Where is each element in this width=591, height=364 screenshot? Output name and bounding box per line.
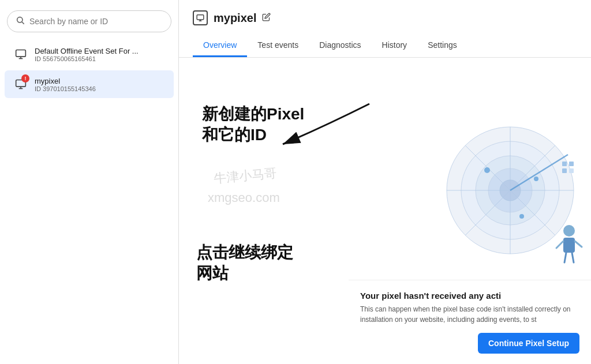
svg-line-32 bbox=[575, 241, 582, 247]
annotation-bind-website: 点击继续绑定 网站 bbox=[196, 242, 293, 284]
sidebar-item-mypixel-name: mypixel bbox=[35, 77, 96, 85]
tab-history[interactable]: History bbox=[372, 35, 418, 57]
monitor-icon bbox=[13, 46, 29, 62]
search-input[interactable] bbox=[29, 17, 163, 26]
sidebar-item-offline-name: Default Offline Event Set For ... bbox=[35, 47, 139, 55]
sidebar-item-offline-id: ID 556750065165461 bbox=[35, 55, 139, 62]
main-content: mypixel Overview Test events Diagnostics… bbox=[179, 0, 591, 364]
radar-illustration bbox=[429, 92, 591, 254]
svg-point-23 bbox=[534, 177, 538, 181]
svg-point-29 bbox=[563, 225, 575, 237]
arrow-to-sidebar bbox=[277, 92, 392, 152]
svg-rect-2 bbox=[16, 50, 26, 57]
annotation-new-pixel: 新创建的Pixel 和它的ID bbox=[202, 104, 304, 146]
svg-point-0 bbox=[17, 17, 23, 22]
svg-point-22 bbox=[484, 167, 490, 173]
svg-rect-30 bbox=[563, 238, 575, 253]
svg-rect-28 bbox=[569, 168, 574, 173]
bottom-status: Your pixel hasn't received any acti This… bbox=[349, 280, 591, 364]
pixel-icon-box bbox=[193, 10, 208, 25]
page-title: mypixel bbox=[214, 12, 256, 25]
tab-test-events[interactable]: Test events bbox=[247, 35, 309, 57]
main-header: mypixel Overview Test events Diagnostics… bbox=[179, 0, 591, 58]
svg-line-34 bbox=[572, 253, 574, 262]
svg-line-33 bbox=[564, 253, 566, 262]
sidebar-item-offline-text: Default Offline Event Set For ... ID 556… bbox=[35, 47, 139, 62]
watermark-line2: xmgseo.com bbox=[208, 190, 280, 205]
continue-pixel-setup-button[interactable]: Continue Pixel Setup bbox=[478, 333, 579, 354]
title-row: mypixel bbox=[193, 10, 577, 25]
sidebar: Default Offline Event Set For ... ID 556… bbox=[0, 0, 179, 364]
search-bar[interactable] bbox=[7, 10, 171, 32]
watermark-line1: 牛津小马哥 bbox=[213, 164, 278, 187]
tabs: Overview Test events Diagnostics History… bbox=[193, 35, 577, 57]
monitor-warning-icon: ! bbox=[13, 76, 29, 92]
search-icon bbox=[16, 16, 25, 27]
edit-icon[interactable] bbox=[262, 13, 271, 23]
tab-overview[interactable]: Overview bbox=[193, 35, 247, 57]
status-description: This can happen when the pixel base code… bbox=[360, 304, 579, 325]
svg-rect-8 bbox=[197, 15, 204, 20]
main-body: 新创建的Pixel 和它的ID 牛津小马哥 xmgseo.com bbox=[179, 58, 591, 364]
tab-diagnostics[interactable]: Diagnostics bbox=[309, 35, 371, 57]
sidebar-item-mypixel-id: ID 397010155145346 bbox=[35, 85, 96, 92]
tab-settings[interactable]: Settings bbox=[417, 35, 467, 57]
svg-point-24 bbox=[519, 214, 524, 219]
svg-rect-27 bbox=[562, 168, 567, 173]
status-title: Your pixel hasn't received any acti bbox=[360, 291, 579, 301]
sidebar-item-mypixel[interactable]: ! mypixel ID 397010155145346 bbox=[5, 70, 174, 98]
svg-rect-26 bbox=[569, 162, 574, 166]
svg-rect-25 bbox=[562, 162, 567, 166]
sidebar-item-offline[interactable]: Default Offline Event Set For ... ID 556… bbox=[5, 40, 174, 68]
svg-line-1 bbox=[22, 22, 24, 24]
svg-line-31 bbox=[556, 241, 563, 248]
warning-badge: ! bbox=[21, 74, 29, 82]
sidebar-item-mypixel-text: mypixel ID 397010155145346 bbox=[35, 77, 96, 92]
